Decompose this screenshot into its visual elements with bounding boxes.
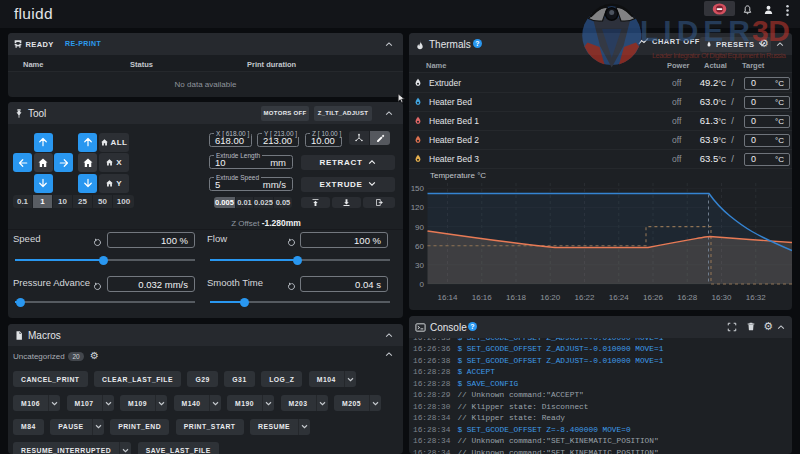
- svg-text:16:32: 16:32: [746, 293, 767, 302]
- svg-text:120: 120: [411, 203, 425, 212]
- svg-text:60: 60: [415, 242, 424, 251]
- svg-text:16:18: 16:18: [506, 293, 527, 302]
- svg-text:16:24: 16:24: [609, 293, 630, 302]
- svg-text:0: 0: [420, 280, 425, 289]
- svg-text:Temperature °C: Temperature °C: [430, 171, 486, 180]
- svg-text:90: 90: [415, 223, 424, 232]
- svg-text:30: 30: [415, 261, 424, 270]
- svg-text:16:14: 16:14: [437, 293, 458, 302]
- svg-text:150: 150: [411, 184, 425, 193]
- svg-text:16:26: 16:26: [643, 293, 664, 302]
- svg-text:16:28: 16:28: [677, 293, 698, 302]
- svg-text:16:20: 16:20: [540, 293, 561, 302]
- svg-text:16:16: 16:16: [472, 293, 493, 302]
- svg-text:16:30: 16:30: [711, 293, 732, 302]
- svg-text:16:22: 16:22: [574, 293, 595, 302]
